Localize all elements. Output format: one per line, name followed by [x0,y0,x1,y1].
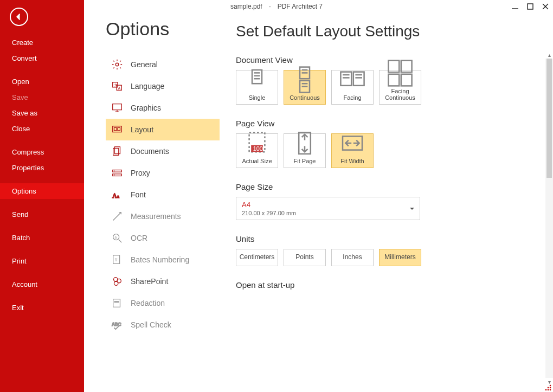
svg-rect-16 [113,149,119,156]
document-view-continuous[interactable]: Continuous [284,70,326,105]
options-nav-label: Layout [131,125,153,134]
sidebar-item-account[interactable]: Account [0,277,84,292]
svg-rect-54 [401,74,412,86]
fitpage-icon [285,128,324,158]
page-title: Options [106,18,220,40]
layout-icon [111,124,123,136]
document-view-facing[interactable]: Facing [331,70,374,105]
options-nav-proxy[interactable]: Proxy [106,162,220,184]
options-nav-bates[interactable]: #Bates Numbering [106,249,220,271]
svg-rect-45 [340,72,351,86]
proxy-icon [111,167,123,179]
sidebar-item-convert[interactable]: Convert [0,50,84,66]
sidebar-item-batch[interactable]: Batch [0,230,84,246]
language-icon: 文A [111,80,123,92]
units-options: CentimetersPointsInchesMillimeters [236,249,537,266]
options-nav-sharepoint[interactable]: SharePoint [106,271,220,292]
document-view-single[interactable]: Single [236,70,278,105]
page-size-title: Page Size [236,182,537,191]
options-nav-language[interactable]: 文ALanguage [106,75,220,97]
options-nav-font[interactable]: AaFont [106,184,220,205]
svg-point-4 [115,63,119,66]
actual-icon: 100 [237,128,276,158]
svg-text:#: # [114,257,118,262]
panel-scrollbar[interactable]: ▴ ▾ [545,51,553,385]
svg-rect-9 [113,104,122,110]
page-view-fitpage[interactable]: Fit Page [284,133,326,168]
startup-title: Open at start-up [236,280,537,290]
svg-text:A: A [118,86,121,90]
page-view-fitwidth[interactable]: Fit Width [331,133,374,168]
sharepoint-icon [111,275,123,287]
sidebar-item-saveas[interactable]: Save as [0,105,84,121]
minimize-button[interactable] [511,2,519,11]
page-view-actual[interactable]: 100Actual Size [236,133,278,168]
options-nav-redaction[interactable]: Redaction [106,292,220,314]
svg-text:a: a [114,235,117,239]
tile-label: Single [249,94,266,101]
sidebar-item-compress[interactable]: Compress [0,144,84,160]
svg-rect-17 [113,170,122,172]
document-view-facingcont[interactable]: Facing Continuous [379,70,421,105]
sidebar-item-close[interactable]: Close [0,121,84,137]
maximize-button[interactable] [526,2,535,11]
sidebar-item-print[interactable]: Print [0,253,84,269]
content-area: Options General文ALanguageGraphicsLayoutD… [84,0,553,392]
tile-label: Fit Page [294,158,316,164]
page-size-select[interactable]: A4 210.00 x 297.00 mm [236,197,420,220]
options-nav-label: Bates Numbering [131,255,189,264]
facing-icon [333,65,372,94]
options-nav-label: Language [131,82,164,91]
svg-rect-14 [118,127,120,131]
sidebar-item-options[interactable]: Options [0,183,84,199]
tile-label: Actual Size [242,158,272,164]
options-nav-label: Graphics [131,104,161,112]
documents-icon [111,145,123,157]
svg-rect-46 [353,72,364,86]
facingcont-icon [381,59,420,88]
options-nav-spellcheck[interactable]: ABCSpell Check [106,314,220,336]
options-nav: Options General文ALanguageGraphicsLayoutD… [84,13,220,392]
tile-label: Facing Continuous [381,88,420,101]
sidebar-item-open[interactable]: Open [0,74,84,89]
single-icon [237,65,276,94]
svg-text:100: 100 [253,145,263,152]
options-nav-general[interactable]: General [106,54,220,75]
options-nav-measurements[interactable]: Measurements [106,205,220,227]
units-cm[interactable]: Centimeters [236,249,278,266]
svg-point-19 [114,171,115,171]
options-nav-graphics[interactable]: Graphics [106,97,220,119]
svg-rect-52 [401,60,412,72]
options-nav-ocr[interactable]: aOCR [106,227,220,249]
tile-label: Facing [343,94,361,101]
svg-text:ABC: ABC [112,322,121,327]
scroll-up-arrow[interactable]: ▴ [545,51,553,59]
fitwidth-icon [333,128,372,158]
close-button[interactable] [541,2,550,11]
svg-rect-13 [114,127,117,131]
hash-icon: # [111,254,123,266]
units-pt[interactable]: Points [284,249,326,266]
font-icon: Aa [111,189,123,201]
options-nav-label: Proxy [131,169,150,177]
options-nav-layout[interactable]: Layout [106,119,220,140]
options-nav-documents[interactable]: Documents [106,140,220,162]
svg-point-20 [114,175,115,175]
page-size-name: A4 [242,201,407,209]
svg-line-25 [119,240,122,243]
resize-grip[interactable] [544,383,551,391]
page-size-dimensions: 210.00 x 297.00 mm [242,210,407,216]
svg-rect-53 [388,74,399,86]
units-in[interactable]: Inches [331,249,374,266]
scroll-thumb[interactable] [546,59,552,178]
sidebar-item-send[interactable]: Send [0,207,84,222]
svg-rect-51 [388,60,399,72]
units-title: Units [236,234,537,243]
gear-icon [111,59,123,70]
sidebar-item-exit[interactable]: Exit [0,300,84,316]
units-mm[interactable]: Millimeters [379,249,421,266]
sidebar-item-properties[interactable]: Properties [0,160,84,176]
titlebar: sample.pdf - PDF Architect 7 [0,0,553,13]
sidebar-item-create[interactable]: Create [0,35,84,50]
scroll-track[interactable] [545,59,553,378]
